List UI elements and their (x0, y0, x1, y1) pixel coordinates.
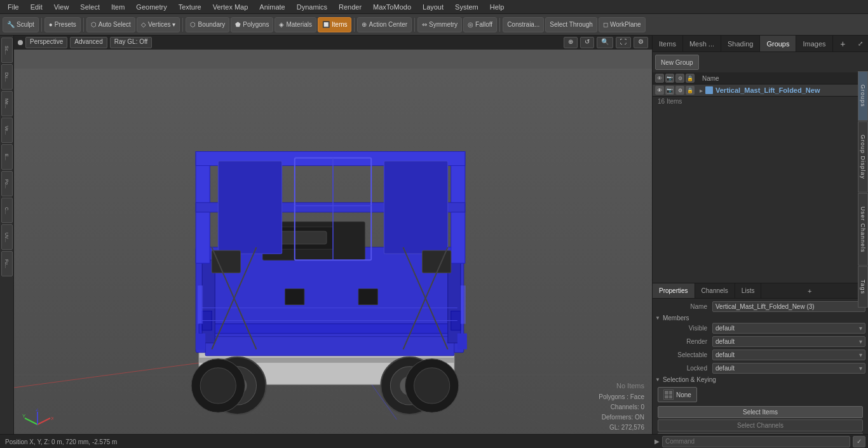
visibility-toggle[interactable]: 👁 (655, 74, 664, 83)
tab-shading[interactable]: Shading (721, 36, 760, 51)
menu-geometry[interactable]: Geometry (131, 2, 172, 12)
menu-view[interactable]: View (49, 2, 74, 12)
tab-mesh[interactable]: Mesh ... (683, 36, 721, 51)
svg-text:X: X (51, 416, 53, 421)
settings-toggle[interactable]: ⚙ (675, 74, 684, 83)
render-dropdown[interactable]: default ▾ (712, 336, 865, 347)
viewport-nav-btn-1[interactable]: ⊕ (564, 37, 578, 48)
svg-line-55 (25, 418, 37, 424)
position-label: Position X, Y, Z: 0 m, 720 mm, -2.575 m (5, 438, 117, 445)
viewport-perspective-btn[interactable]: Perspective (25, 37, 67, 48)
locked-dropdown[interactable]: default ▾ (712, 363, 865, 374)
name-col-header: Name (702, 75, 719, 82)
properties-content: Name ▼ Members Visible default ▾ (653, 299, 868, 448)
menu-maxtomodo[interactable]: MaxToModo (368, 2, 416, 12)
properties-tab-properties[interactable]: Properties (653, 283, 695, 298)
tab-add-btn[interactable]: + (835, 39, 850, 49)
sidebar-btn-c[interactable]: C... (1, 198, 13, 223)
group-eye-btn[interactable]: 👁 (655, 86, 664, 95)
viewport-canvas: No Items Polygons : Face Channels: 0 Def… (14, 50, 652, 448)
sel-keying-section[interactable]: ▼ Selection & Keying (655, 376, 865, 383)
edge-tab-groups[interactable]: Groups (858, 71, 868, 121)
presets-btn[interactable]: ● Presets (44, 17, 81, 32)
none-icon-cell-4 (669, 395, 673, 399)
viewport[interactable]: Perspective Advanced Ray GL: Off ⊕ ↺ 🔍 ⛶… (14, 36, 652, 448)
menu-texture[interactable]: Texture (173, 2, 207, 12)
auto-select-btn[interactable]: ⬡ Auto Select (86, 17, 135, 32)
menu-item[interactable]: Item (106, 2, 130, 12)
menu-file[interactable]: File (3, 2, 24, 12)
viewport-nav-btn-4[interactable]: ⛶ (616, 37, 631, 48)
select-through-btn[interactable]: Select Through (545, 17, 597, 32)
properties-tab-add[interactable]: + (803, 287, 817, 295)
sel-keying-label: Selection & Keying (663, 376, 716, 383)
menu-vertex-map[interactable]: Vertex Map (208, 2, 254, 12)
workplane-btn[interactable]: ◻ WorkPlane (599, 17, 646, 32)
vertices-dropdown-arrow: ▾ (172, 21, 175, 28)
sidebar-btn-uv[interactable]: UV... (1, 224, 13, 250)
constrainta-btn[interactable]: Constraia... (503, 17, 544, 32)
none-btn[interactable]: None (658, 387, 697, 402)
tab-groups[interactable]: Groups (760, 36, 796, 51)
command-enter-btn[interactable]: ✓ (853, 436, 865, 447)
visible-row: Visible default ▾ (655, 323, 865, 334)
properties-tabs: Properties Channels Lists + ⤢ (653, 283, 868, 299)
items-btn[interactable]: 🔲 Items (318, 17, 351, 32)
tab-items[interactable]: Items (653, 36, 683, 51)
group-render-btn[interactable]: 📷 (665, 86, 674, 95)
edge-tab-group-display[interactable]: Group Display (858, 121, 868, 193)
properties-tab-channels[interactable]: Channels (695, 283, 735, 298)
group-count-label: 16 Items (653, 97, 868, 106)
group-settings-btn[interactable]: ⚙ (675, 86, 684, 95)
viewport-nav-btn-2[interactable]: ↺ (580, 37, 594, 48)
edge-tab-tags[interactable]: Tags (858, 266, 868, 308)
falloff-btn[interactable]: ◎ Falloff (463, 17, 497, 32)
vertices-btn[interactable]: ◇ Vertices ▾ (137, 17, 180, 32)
sidebar-btn-polygon[interactable]: Po... (1, 171, 13, 196)
sidebar-btn-fu[interactable]: Fu... (1, 251, 13, 276)
menu-system[interactable]: System (450, 2, 484, 12)
sidebar-btn-duplicate[interactable]: Du... (1, 64, 13, 90)
sidebar-btn-edge[interactable]: E... (1, 144, 13, 170)
sidebar-btn-sculpt[interactable]: Sc... (1, 37, 13, 63)
menu-animate[interactable]: Animate (254, 2, 290, 12)
viewport-nav-btn-3[interactable]: 🔍 (597, 37, 613, 48)
lock-toggle[interactable]: 🔒 (686, 74, 695, 83)
group-lock-btn[interactable]: 🔒 (686, 86, 695, 95)
materials-btn[interactable]: ◈ Materials (275, 17, 316, 32)
menu-layout[interactable]: Layout (417, 2, 449, 12)
sidebar-btn-vertices[interactable]: Ve... (1, 118, 13, 143)
new-group-btn[interactable]: New Group (655, 55, 699, 70)
command-bar: ▶ ✓ (652, 435, 868, 449)
render-toggle[interactable]: 📷 (665, 74, 674, 83)
viewport-nav-btn-5[interactable]: ⚙ (634, 37, 648, 48)
menu-select[interactable]: Select (75, 2, 105, 12)
visible-dropdown[interactable]: default ▾ (712, 323, 865, 334)
select-channels-btn[interactable]: Select Channels (658, 419, 863, 431)
action-center-btn[interactable]: ⊕ Action Center (357, 17, 412, 32)
menu-edit[interactable]: Edit (25, 2, 48, 12)
properties-tab-lists[interactable]: Lists (735, 283, 762, 298)
name-input[interactable] (712, 301, 865, 312)
tab-images[interactable]: Images (796, 36, 832, 51)
toolbar-separator-5 (414, 18, 415, 32)
menu-help[interactable]: Help (485, 2, 510, 12)
svg-point-22 (414, 368, 450, 404)
menu-dynamics[interactable]: Dynamics (292, 2, 332, 12)
tab-expand-btn[interactable]: ⤢ (853, 40, 868, 47)
menu-render[interactable]: Render (334, 2, 367, 12)
sculpt-btn[interactable]: 🔧 Sculpt (3, 17, 39, 32)
viewport-raygl-btn[interactable]: Ray GL: Off (110, 37, 153, 48)
symmetry-btn[interactable]: ⇔ Symmetry (417, 17, 462, 32)
selectable-dropdown[interactable]: default ▾ (712, 350, 865, 360)
members-section[interactable]: ▼ Members (655, 315, 865, 322)
viewport-advanced-btn[interactable]: Advanced (70, 37, 107, 48)
group-row-item[interactable]: 👁 📷 ⚙ 🔒 ▸ Vertical_Mast_Lift_Folded_New (653, 85, 868, 97)
locked-dropdown-arrow: ▾ (859, 365, 862, 372)
select-items-btn[interactable]: Select Items (658, 406, 863, 418)
polygons-btn[interactable]: ⬟ Polygons (231, 17, 273, 32)
sidebar-btn-mesh[interactable]: Me... (1, 91, 13, 116)
command-input[interactable] (662, 436, 850, 447)
boundary-btn[interactable]: ⬡ Boundary (186, 17, 229, 32)
edge-tab-user-channels[interactable]: User Channels (858, 193, 868, 266)
